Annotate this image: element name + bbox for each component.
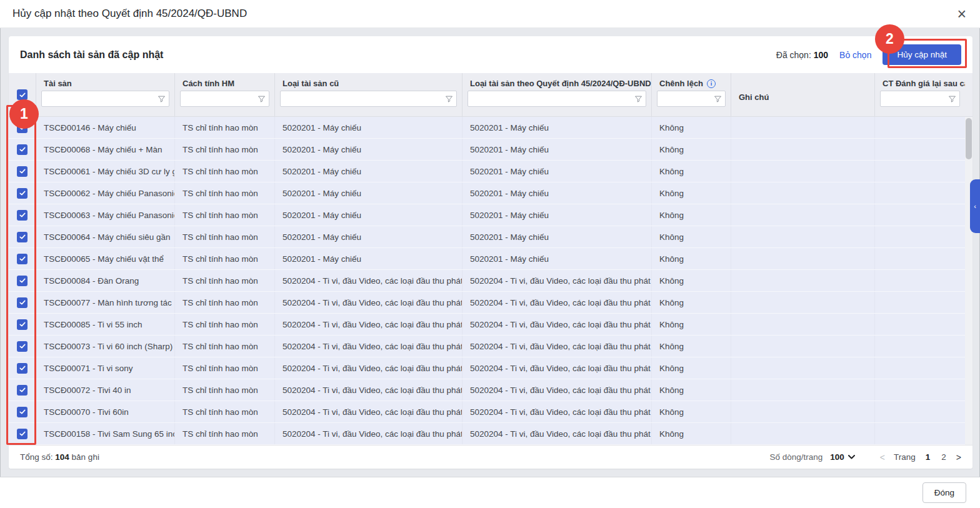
table-row[interactable]: TSCĐ00084 - Đàn Orang TS chỉ tính hao mò… bbox=[9, 270, 972, 292]
cell-asset: TSCĐ00061 - Máy chiếu 3D cư ly gầ... bbox=[36, 161, 175, 182]
table-row[interactable]: TSCĐ00068 - Máy chiếu + Màn TS chỉ tính … bbox=[9, 139, 972, 161]
cell-method: TS chỉ tính hao mòn bbox=[175, 117, 275, 138]
column-asset: Tài sản bbox=[36, 73, 175, 116]
row-checkbox[interactable] bbox=[17, 188, 28, 199]
page-number-2[interactable]: 2 bbox=[940, 452, 948, 462]
check-icon bbox=[19, 167, 26, 175]
deselect-link[interactable]: Bỏ chọn bbox=[839, 50, 871, 60]
cell-asset: TSCĐ00084 - Đàn Orang bbox=[36, 270, 175, 291]
row-checkbox[interactable] bbox=[17, 254, 28, 264]
column-old-type: Loại tài sản cũ bbox=[275, 73, 462, 116]
filter-input-asset[interactable] bbox=[41, 91, 169, 107]
cell-difference: Không bbox=[652, 204, 731, 226]
cell-method: TS chỉ tính hao mòn bbox=[175, 139, 275, 160]
table-row[interactable]: TSCĐ00158 - Tivi Sam Sung 65 inch... TS … bbox=[9, 423, 972, 445]
rows-per-page-select[interactable]: 100 bbox=[830, 452, 855, 462]
cell-difference: Không bbox=[652, 357, 731, 379]
page-number-1[interactable]: 1 bbox=[924, 452, 932, 462]
close-button[interactable]: Đóng bbox=[922, 482, 966, 503]
cell-old-type: 5020204 - Ti vi, đầu Video, các loại đầu… bbox=[275, 401, 462, 422]
info-icon[interactable]: i bbox=[707, 79, 716, 88]
row-checkbox[interactable] bbox=[17, 122, 28, 133]
dialog-footer: Đóng bbox=[0, 477, 980, 508]
table-row[interactable]: TSCĐ00077 - Màn hình tương tác TS chỉ tí… bbox=[9, 292, 972, 314]
cell-revaluation-doc bbox=[875, 357, 965, 379]
row-checkbox[interactable] bbox=[17, 210, 28, 221]
table-row[interactable]: TSCĐ00062 - Máy chiếu Panasonic TS chỉ t… bbox=[9, 182, 972, 204]
cancel-update-button[interactable]: Hủy cập nhật bbox=[882, 44, 961, 65]
row-checkbox[interactable] bbox=[17, 232, 28, 242]
page-next-icon[interactable]: > bbox=[956, 452, 961, 462]
filter-icon[interactable] bbox=[157, 94, 166, 104]
filter-input-new-type[interactable] bbox=[468, 91, 646, 107]
cell-revaluation-doc bbox=[875, 336, 965, 357]
cell-difference: Không bbox=[652, 117, 731, 138]
filter-input-difference[interactable] bbox=[657, 91, 726, 107]
table-row[interactable]: TSCĐ00146 - Máy chiếu TS chỉ tính hao mò… bbox=[9, 117, 972, 139]
row-checkbox[interactable] bbox=[17, 363, 28, 374]
row-checkbox[interactable] bbox=[17, 276, 28, 286]
filter-input-method[interactable] bbox=[180, 91, 269, 107]
cell-old-type: 5020201 - Máy chiếu bbox=[275, 204, 462, 226]
filter-input-old-type[interactable] bbox=[280, 91, 457, 107]
filter-icon[interactable] bbox=[948, 94, 957, 104]
filter-icon[interactable] bbox=[444, 94, 454, 104]
row-checkbox[interactable] bbox=[17, 319, 28, 330]
column-difference-label: Chênh lệch bbox=[659, 79, 703, 88]
table-row[interactable]: TSCĐ00065 - Máy chiếu vật thể TS chỉ tín… bbox=[9, 248, 972, 270]
cell-old-type: 5020204 - Ti vi, đầu Video, các loại đầu… bbox=[275, 314, 462, 335]
cell-note bbox=[731, 336, 875, 357]
table-row[interactable]: TSCĐ00072 - Tivi 40 in TS chỉ tính hao m… bbox=[9, 379, 972, 401]
vertical-scrollbar[interactable] bbox=[965, 117, 972, 445]
table-row[interactable]: TSCĐ00073 - Ti vi 60 inch (Sharp) TS chỉ… bbox=[9, 336, 972, 357]
cell-new-type: 5020201 - Máy chiếu bbox=[462, 248, 652, 269]
table-footer: Tổng số: 104 bản ghi Số dòng/trang 100 <… bbox=[9, 445, 972, 469]
cell-new-type: 5020201 - Máy chiếu bbox=[462, 204, 652, 226]
row-checkbox[interactable] bbox=[17, 144, 28, 155]
header-actions: Đã chọn: 100 Bỏ chọn Hủy cập nhật bbox=[776, 44, 961, 65]
page-prev-icon[interactable]: < bbox=[880, 452, 885, 462]
row-checkbox-cell bbox=[9, 204, 36, 226]
collapse-panel-tab[interactable]: ‹ bbox=[970, 179, 980, 233]
cell-note bbox=[731, 357, 875, 379]
row-checkbox-cell bbox=[9, 401, 36, 422]
table-row[interactable]: TSCĐ00061 - Máy chiếu 3D cư ly gầ... TS … bbox=[9, 161, 972, 182]
filter-icon[interactable] bbox=[257, 94, 266, 104]
cell-revaluation-doc bbox=[875, 117, 965, 138]
row-checkbox[interactable] bbox=[17, 429, 28, 439]
asset-list-panel: Danh sách tài sản đã cập nhật Đã chọn: 1… bbox=[9, 36, 972, 469]
cell-revaluation-doc bbox=[875, 204, 965, 226]
filter-icon[interactable] bbox=[634, 94, 643, 104]
row-checkbox[interactable] bbox=[17, 385, 28, 396]
cell-asset: TSCĐ00063 - Máy chiếu Panasonic bbox=[36, 204, 175, 226]
scrollbar-thumb[interactable] bbox=[966, 118, 972, 159]
row-checkbox[interactable] bbox=[17, 297, 28, 308]
cell-asset: TSCĐ00072 - Tivi 40 in bbox=[36, 379, 175, 401]
table-row[interactable]: TSCĐ00064 - Máy chiếu siêu gần TS chỉ tí… bbox=[9, 226, 972, 248]
check-icon bbox=[19, 189, 26, 197]
table-row[interactable]: TSCĐ00085 - Ti vi 55 inch TS chỉ tính ha… bbox=[9, 314, 972, 336]
column-revaluation-doc-label: CT Đánh giá lại sau cậ... bbox=[875, 73, 965, 89]
filter-icon[interactable] bbox=[713, 94, 722, 104]
row-checkbox-cell bbox=[9, 336, 36, 357]
cell-note bbox=[731, 248, 875, 269]
column-old-type-label: Loại tài sản cũ bbox=[275, 73, 462, 89]
row-checkbox[interactable] bbox=[17, 341, 28, 352]
close-icon[interactable]: × bbox=[957, 6, 966, 22]
cell-new-type: 5020204 - Ti vi, đầu Video, các loại đầu… bbox=[462, 336, 652, 357]
row-checkbox[interactable] bbox=[17, 166, 28, 177]
check-icon bbox=[19, 146, 26, 153]
table-row[interactable]: TSCĐ00071 - Ti vi sony TS chỉ tính hao m… bbox=[9, 357, 972, 379]
filter-input-revaluation-doc[interactable] bbox=[880, 91, 960, 107]
cell-revaluation-doc bbox=[875, 182, 965, 204]
cell-new-type: 5020204 - Ti vi, đầu Video, các loại đầu… bbox=[462, 357, 652, 379]
dialog-titlebar: Hủy cập nhật theo Quyết định 45/2024/QĐ-… bbox=[0, 0, 980, 28]
cell-revaluation-doc bbox=[875, 379, 965, 401]
table-row[interactable]: TSCĐ00063 - Máy chiếu Panasonic TS chỉ t… bbox=[9, 204, 972, 226]
select-all-checkbox[interactable] bbox=[17, 89, 28, 100]
cell-note bbox=[731, 270, 875, 291]
cell-new-type: 5020201 - Máy chiếu bbox=[462, 226, 652, 247]
table-row[interactable]: TSCĐ00070 - Tivi 60in TS chỉ tính hao mò… bbox=[9, 401, 972, 423]
row-checkbox[interactable] bbox=[17, 407, 28, 417]
cell-asset: TSCĐ00158 - Tivi Sam Sung 65 inch... bbox=[36, 423, 175, 444]
